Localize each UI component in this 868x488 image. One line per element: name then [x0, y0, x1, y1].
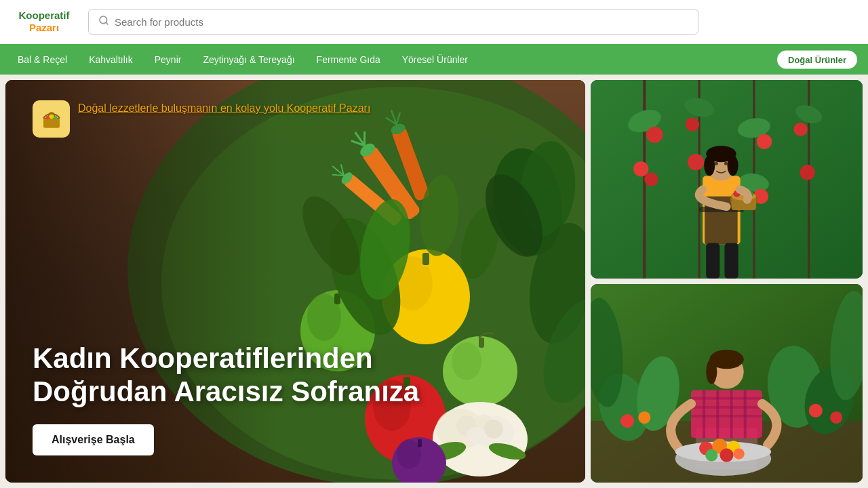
search-input[interactable]: [115, 16, 688, 28]
dogal-urunler-button[interactable]: Doğal Ürünler: [777, 50, 857, 68]
svg-point-105: [620, 414, 634, 428]
nav-items: Bal & Reçel Kahvaltılık Peynir Zeytinyağ…: [7, 44, 479, 75]
nav-item-yoresel[interactable]: Yöresel Ürünler: [391, 44, 479, 75]
svg-point-126: [705, 449, 717, 461]
svg-point-87: [715, 162, 718, 165]
svg-rect-117: [744, 390, 747, 439]
svg-rect-111: [691, 397, 762, 400]
hero-content: Doğal lezzetlerle buluşmanın en kolay yo…: [5, 80, 585, 483]
hero-side-images: [591, 80, 863, 483]
nav-item-peynir[interactable]: Peynir: [144, 44, 193, 75]
hero-side-image-bottom: [591, 284, 863, 483]
svg-point-128: [734, 448, 745, 459]
svg-point-108: [830, 411, 842, 424]
svg-point-76: [644, 172, 658, 186]
svg-point-77: [688, 154, 704, 170]
svg-point-74: [794, 123, 808, 136]
hero-side-image-top: [591, 80, 863, 279]
svg-rect-56: [43, 118, 60, 127]
svg-point-70: [686, 118, 699, 131]
search-bar[interactable]: [88, 9, 698, 35]
nav-item-kahvaltilik[interactable]: Kahvaltılık: [78, 44, 144, 75]
svg-line-1: [106, 22, 108, 24]
svg-point-127: [719, 448, 733, 462]
svg-point-107: [809, 404, 823, 418]
svg-point-75: [633, 161, 648, 176]
hero-section: Doğal lezzetlerle buluşmanın en kolay yo…: [0, 75, 868, 488]
logo-line2: Pazarı: [29, 22, 59, 34]
svg-rect-114: [703, 390, 705, 439]
svg-point-120: [706, 359, 717, 384]
logo-line1: Kooperatif: [19, 9, 70, 22]
nav-item-zeytinyagi[interactable]: Zeytinyağı & Tereyağı: [192, 44, 305, 75]
hero-tagline: Doğal lezzetlerle buluşmanın en kolay yo…: [78, 100, 370, 117]
hero-tagline-box: Doğal lezzetlerle buluşmanın en kolay yo…: [33, 100, 558, 138]
header: Kooperatif Pazarı: [0, 0, 868, 44]
nav-bar: Bal & Reçel Kahvaltılık Peynir Zeytinyağ…: [0, 44, 868, 75]
svg-point-80: [800, 165, 815, 180]
svg-point-58: [45, 115, 50, 119]
hero-main-banner: Doğal lezzetlerle buluşmanın en kolay yo…: [5, 80, 585, 483]
svg-point-106: [638, 411, 650, 424]
nav-item-bal-recel[interactable]: Bal & Reçel: [7, 44, 78, 75]
svg-rect-97: [724, 243, 738, 279]
search-icon: [98, 15, 109, 28]
hero-cta-button[interactable]: Alışverişe Başla: [33, 424, 154, 455]
nav-item-fermente[interactable]: Fermente Gıda: [306, 44, 391, 75]
svg-point-59: [49, 114, 53, 118]
site-logo[interactable]: Kooperatif Pazarı: [14, 9, 75, 34]
svg-point-72: [757, 134, 772, 149]
svg-point-85: [704, 155, 715, 176]
svg-rect-96: [706, 243, 719, 279]
svg-rect-115: [716, 390, 719, 439]
svg-point-88: [724, 162, 728, 165]
svg-point-86: [728, 155, 738, 176]
basket-icon: [33, 100, 70, 138]
svg-rect-113: [691, 415, 762, 418]
svg-point-68: [646, 127, 663, 143]
hero-title: Kadın Kooperatiflerinden Doğrudan Aracıs…: [33, 342, 558, 408]
svg-rect-116: [730, 390, 733, 439]
svg-rect-112: [691, 406, 762, 409]
svg-point-60: [53, 115, 57, 119]
